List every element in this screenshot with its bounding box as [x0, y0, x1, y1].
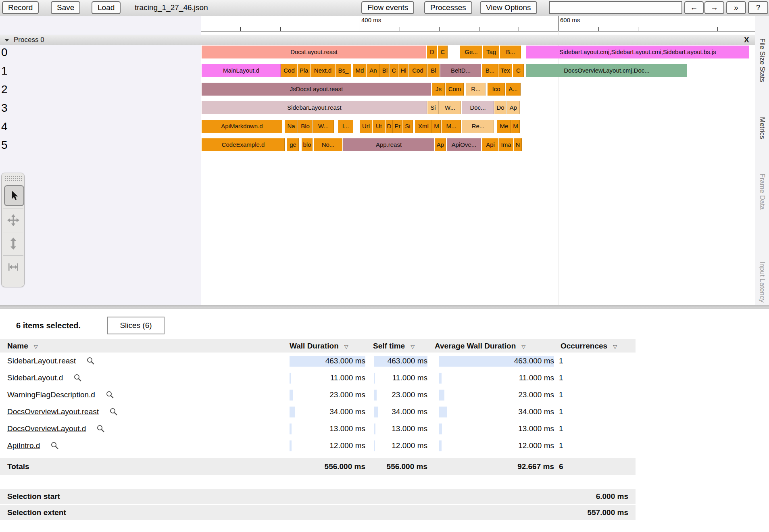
trace-slice[interactable]: Pr [393, 120, 402, 133]
trace-slice[interactable]: JsDocsLayout.reast [202, 83, 431, 96]
trace-slice[interactable]: Ap [507, 101, 520, 114]
trace-slice[interactable]: M [432, 120, 441, 133]
trace-slice[interactable]: C [513, 64, 524, 77]
pan-tool-button[interactable] [3, 209, 23, 232]
trace-slice[interactable]: N [514, 138, 522, 151]
trace-slice[interactable]: A... [506, 83, 521, 96]
trace-slice[interactable]: D [386, 120, 393, 133]
column-header-occurrences[interactable]: Occurrences▽ [561, 339, 617, 353]
trace-slice[interactable]: B... [482, 64, 498, 77]
trace-slice[interactable]: No... [314, 138, 342, 151]
sort-triangle-icon[interactable]: ▽ [521, 344, 525, 350]
trace-slice[interactable]: Blo [298, 120, 313, 133]
trace-slice[interactable]: B... [500, 46, 521, 58]
trace-slice[interactable]: Re... [462, 120, 494, 133]
trace-slice[interactable]: Hi [398, 64, 408, 77]
expand-panel-button[interactable]: » [726, 1, 746, 14]
trace-slice[interactable]: Cod [409, 64, 427, 77]
trace-slice[interactable]: Ut [373, 120, 385, 133]
trace-slice[interactable]: DocsOverviewLayout.cmj,Doc... [526, 64, 687, 77]
trace-slice[interactable]: Ap [435, 138, 446, 151]
trace-slice[interactable]: Doc... [462, 101, 494, 114]
sort-triangle-icon[interactable]: ▽ [344, 344, 348, 350]
slice-name-link[interactable]: SidebarLayout.d [7, 369, 63, 386]
trace-slice[interactable]: I... [338, 120, 353, 133]
trace-slice[interactable]: Tex [498, 64, 512, 77]
slice-name-link[interactable]: DocsOverviewLayout.d [7, 420, 86, 437]
timing-tool-button[interactable] [3, 255, 23, 278]
trace-slice[interactable]: Api [482, 138, 498, 151]
slice-name-link[interactable]: SidebarLayout.reast [7, 353, 76, 369]
trace-slice[interactable]: D [427, 46, 437, 58]
trace-slice[interactable]: Url [360, 120, 372, 133]
flow-events-button[interactable]: Flow events [361, 1, 414, 14]
sort-triangle-icon[interactable]: ▽ [411, 344, 415, 350]
trace-slice[interactable]: Ico [488, 83, 505, 96]
trace-slice[interactable]: ge [287, 138, 299, 151]
trace-slice[interactable]: MainLayout.d [202, 64, 281, 77]
magnifier-icon[interactable] [96, 424, 105, 433]
magnifier-icon[interactable] [86, 357, 95, 365]
record-button[interactable]: Record [2, 1, 39, 14]
trace-slice[interactable]: Pla [298, 64, 310, 77]
trace-slice[interactable]: Xml [415, 120, 432, 133]
trace-slice[interactable]: App.reast [343, 138, 434, 151]
find-next-button[interactable]: → [704, 1, 724, 14]
trace-slice[interactable]: Bl [380, 64, 390, 77]
magnifier-icon[interactable] [50, 441, 59, 450]
magnifier-icon[interactable] [73, 373, 82, 382]
trace-slice[interactable]: Bl [427, 64, 440, 77]
trace-slice[interactable]: SidebarLayout.cmj,SidebarLayout.cmi,Side… [526, 46, 749, 58]
trace-slice[interactable]: Next.d [311, 64, 335, 77]
trace-slice[interactable]: CodeExample.d [202, 138, 285, 151]
column-header-self-time[interactable]: Self time▽ [373, 339, 415, 353]
trace-slice[interactable]: Do [494, 101, 506, 114]
trace-slice[interactable]: Js [432, 83, 445, 96]
sort-triangle-icon[interactable]: ▽ [613, 344, 617, 350]
slice-name-link[interactable]: ApiIntro.d [7, 437, 40, 454]
trace-slice[interactable]: Tag [483, 46, 499, 58]
trace-slice[interactable]: ApiMarkdown.d [202, 120, 282, 133]
trace-slice[interactable]: Me [497, 120, 511, 133]
trace-slice[interactable]: BeltD... [440, 64, 481, 77]
close-process-button[interactable]: X [744, 35, 749, 44]
trace-slice[interactable]: R... [466, 83, 486, 96]
trace-slice[interactable]: M... [442, 120, 461, 133]
help-button[interactable]: ? [748, 1, 768, 14]
trace-slice[interactable]: Si [402, 120, 413, 133]
search-input[interactable] [549, 1, 682, 14]
sidebar-view-metrics[interactable]: Metrics [758, 117, 766, 139]
collapse-caret-icon[interactable] [4, 39, 9, 42]
trace-slice[interactable]: Ima [499, 138, 513, 151]
trace-slice[interactable]: blo [302, 138, 313, 151]
trace-slice[interactable]: C [438, 46, 448, 58]
trace-slice[interactable]: Bs_ [336, 64, 351, 77]
load-button[interactable]: Load [92, 1, 121, 14]
panel-splitter[interactable] [0, 305, 769, 309]
magnifier-icon[interactable] [109, 407, 118, 416]
palette-drag-handle[interactable] [4, 175, 22, 182]
sidebar-view-file-size-stats[interactable]: File Size Stats [758, 38, 766, 82]
trace-slice[interactable]: Cod [281, 64, 297, 77]
trace-slice[interactable]: W... [313, 120, 334, 133]
column-header-name[interactable]: Name▽ [7, 339, 38, 353]
save-button[interactable]: Save [51, 1, 80, 14]
trace-slice[interactable]: Ge... [460, 46, 482, 58]
trace-slice[interactable]: DocsLayout.reast [202, 46, 426, 58]
trace-slice[interactable]: An [367, 64, 380, 77]
trace-slice[interactable]: C [390, 64, 398, 77]
trace-slice[interactable]: Md [353, 64, 366, 77]
column-header-average-wall-duration[interactable]: Average Wall Duration▽ [435, 339, 525, 353]
trace-slice[interactable]: Com [446, 83, 464, 96]
trace-slice[interactable]: ApiOve... [447, 138, 481, 151]
vertical-zoom-tool-button[interactable] [3, 232, 23, 255]
trace-slice[interactable]: SidebarLayout.reast [202, 101, 427, 114]
trace-slice[interactable]: Si [427, 101, 439, 114]
find-previous-button[interactable]: ← [684, 1, 704, 14]
slice-name-link[interactable]: WarningFlagDescription.d [7, 386, 95, 403]
selection-tool-button[interactable] [4, 185, 24, 206]
processes-button[interactable]: Processes [424, 1, 472, 14]
trace-slice[interactable]: M [511, 120, 520, 133]
sort-triangle-icon[interactable]: ▽ [34, 344, 38, 350]
slice-name-link[interactable]: DocsOverviewLayout.reast [7, 403, 99, 420]
